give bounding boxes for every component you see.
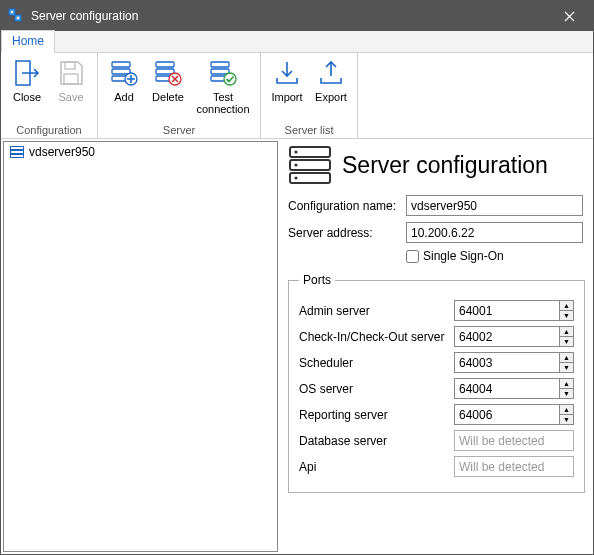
ribbon-label: Save [58, 91, 83, 103]
server-address-input[interactable] [406, 222, 583, 243]
ribbon-group-label: Server list [265, 123, 353, 137]
test-connection-button[interactable]: Test connection [190, 55, 256, 115]
server-tree[interactable]: vdserver950 [3, 141, 278, 552]
server-add-icon [108, 57, 140, 89]
database-port-label: Database server [299, 434, 454, 448]
ribbon-label: Test connection [192, 91, 254, 115]
export-icon [315, 57, 347, 89]
server-small-icon [10, 146, 24, 158]
close-door-icon [11, 57, 43, 89]
os-port-input[interactable] [455, 379, 559, 398]
svg-rect-6 [64, 74, 78, 84]
window-close-button[interactable] [549, 1, 589, 31]
reporting-port-spinner[interactable]: ▲▼ [454, 404, 574, 425]
titlebar: Server configuration [1, 1, 593, 31]
svg-point-2 [11, 11, 13, 13]
api-port-field: Will be detected [454, 456, 574, 477]
ribbon-label: Close [13, 91, 41, 103]
sso-checkbox[interactable] [406, 250, 419, 263]
spinner-up-icon[interactable]: ▲ [560, 405, 573, 415]
svg-rect-15 [211, 62, 229, 67]
ports-fieldset: Ports Admin server ▲▼ Check-In/Check-Out… [288, 273, 585, 493]
os-port-spinner[interactable]: ▲▼ [454, 378, 574, 399]
svg-point-25 [294, 150, 297, 153]
ribbon-label: Delete [152, 91, 184, 103]
server-delete-icon [152, 57, 184, 89]
tree-item[interactable]: vdserver950 [4, 142, 277, 162]
import-button[interactable]: Import [265, 55, 309, 103]
svg-point-18 [224, 73, 236, 85]
database-port-field: Will be detected [454, 430, 574, 451]
details-panel: Server configuration Configuration name:… [278, 139, 593, 554]
server-large-icon [288, 145, 332, 185]
svg-rect-8 [112, 69, 130, 74]
reporting-port-input[interactable] [455, 405, 559, 424]
spinner-down-icon[interactable]: ▼ [560, 415, 573, 424]
window-title: Server configuration [31, 9, 549, 23]
config-name-input[interactable] [406, 195, 583, 216]
admin-port-input[interactable] [455, 301, 559, 320]
export-button[interactable]: Export [309, 55, 353, 103]
svg-rect-21 [11, 155, 24, 158]
panel-header: Server configuration [288, 145, 583, 185]
svg-rect-5 [65, 62, 75, 69]
tab-home[interactable]: Home [1, 30, 55, 53]
server-check-icon [207, 57, 239, 89]
cico-port-label: Check-In/Check-Out server [299, 330, 454, 344]
server-address-label: Server address: [288, 226, 406, 240]
admin-port-label: Admin server [299, 304, 454, 318]
ribbon-label: Import [271, 91, 302, 103]
spinner-up-icon[interactable]: ▲ [560, 327, 573, 337]
admin-port-spinner[interactable]: ▲▼ [454, 300, 574, 321]
ribbon-label: Add [114, 91, 134, 103]
add-button[interactable]: Add [102, 55, 146, 103]
svg-rect-7 [112, 62, 130, 67]
ribbon-tabstrip: Home [1, 31, 593, 53]
svg-rect-12 [156, 69, 174, 74]
ribbon-group-label: Server [102, 123, 256, 137]
svg-rect-20 [11, 151, 24, 154]
ribbon-group-serverlist: Import Export Server list [261, 53, 358, 138]
spinner-down-icon[interactable]: ▼ [560, 337, 573, 346]
ribbon-label: Export [315, 91, 347, 103]
save-floppy-icon [55, 57, 87, 89]
import-icon [271, 57, 303, 89]
delete-button[interactable]: Delete [146, 55, 190, 103]
reporting-port-label: Reporting server [299, 408, 454, 422]
cico-port-input[interactable] [455, 327, 559, 346]
cico-port-spinner[interactable]: ▲▼ [454, 326, 574, 347]
scheduler-port-spinner[interactable]: ▲▼ [454, 352, 574, 373]
ribbon-group-label: Configuration [5, 123, 93, 137]
sso-label: Single Sign-On [423, 249, 504, 263]
spinner-up-icon[interactable]: ▲ [560, 353, 573, 363]
spinner-up-icon[interactable]: ▲ [560, 379, 573, 389]
config-name-label: Configuration name: [288, 199, 406, 213]
scheduler-port-label: Scheduler [299, 356, 454, 370]
spinner-down-icon[interactable]: ▼ [560, 389, 573, 398]
spinner-up-icon[interactable]: ▲ [560, 301, 573, 311]
close-button[interactable]: Close [5, 55, 49, 103]
svg-rect-11 [156, 62, 174, 67]
panel-heading: Server configuration [342, 152, 548, 179]
ribbon: Close Save Configuration [1, 53, 593, 139]
tree-item-label: vdserver950 [29, 145, 95, 159]
svg-point-3 [17, 17, 19, 19]
svg-rect-16 [211, 69, 229, 74]
spinner-down-icon[interactable]: ▼ [560, 311, 573, 320]
scheduler-port-input[interactable] [455, 353, 559, 372]
app-icon [7, 7, 25, 25]
svg-point-27 [294, 176, 297, 179]
save-button: Save [49, 55, 93, 103]
api-port-label: Api [299, 460, 454, 474]
ribbon-group-server: Add Delete [98, 53, 261, 138]
ports-legend: Ports [299, 273, 335, 287]
spinner-down-icon[interactable]: ▼ [560, 363, 573, 372]
svg-point-26 [294, 163, 297, 166]
os-port-label: OS server [299, 382, 454, 396]
svg-rect-19 [11, 147, 24, 150]
ribbon-group-configuration: Close Save Configuration [1, 53, 98, 138]
